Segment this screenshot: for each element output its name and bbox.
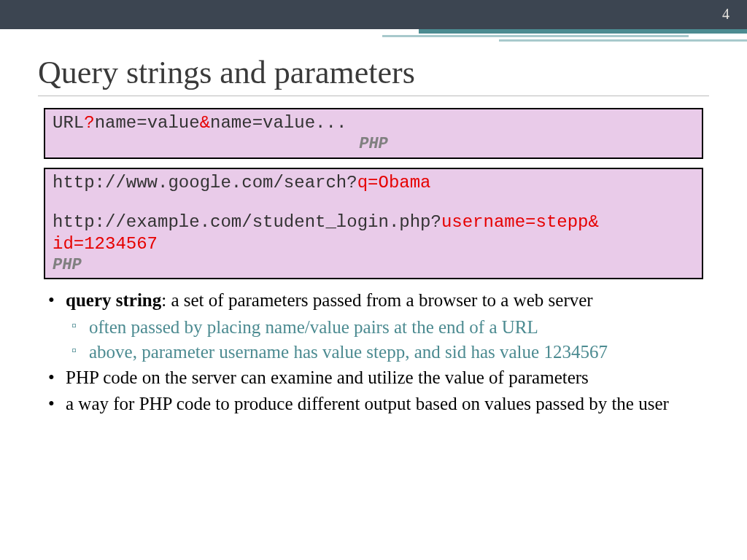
bullet-list: query string: a set of parameters passed… [44,289,703,416]
code-box-syntax: URL?name=value&name=value... PHP [44,108,703,159]
code-box-examples: http://www.google.com/search?q=Obama htt… [44,168,703,280]
list-item: a way for PHP code to produce different … [44,393,703,416]
slide-title: Query strings and parameters [38,54,747,91]
code-label: PHP [53,134,694,155]
term: query string [66,290,161,310]
list-subitem: often passed by placing name/value pairs… [44,316,703,339]
accent-decoration [360,29,747,44]
page-number: 4 [722,6,729,23]
code-label: PHP [53,255,694,276]
slide-topbar: 4 [0,0,747,29]
code-line: http://www.google.com/search?q=Obama [53,172,694,194]
code-line: http://example.com/student_login.php?use… [53,211,694,233]
title-divider [38,96,709,96]
code-line: id=1234567 [53,233,694,255]
list-subitem: above, parameter username has value step… [44,341,703,364]
list-item: PHP code on the server can examine and u… [44,367,703,389]
code-line: URL?name=value&name=value... [53,112,694,134]
list-item: query string: a set of parameters passed… [44,289,703,312]
